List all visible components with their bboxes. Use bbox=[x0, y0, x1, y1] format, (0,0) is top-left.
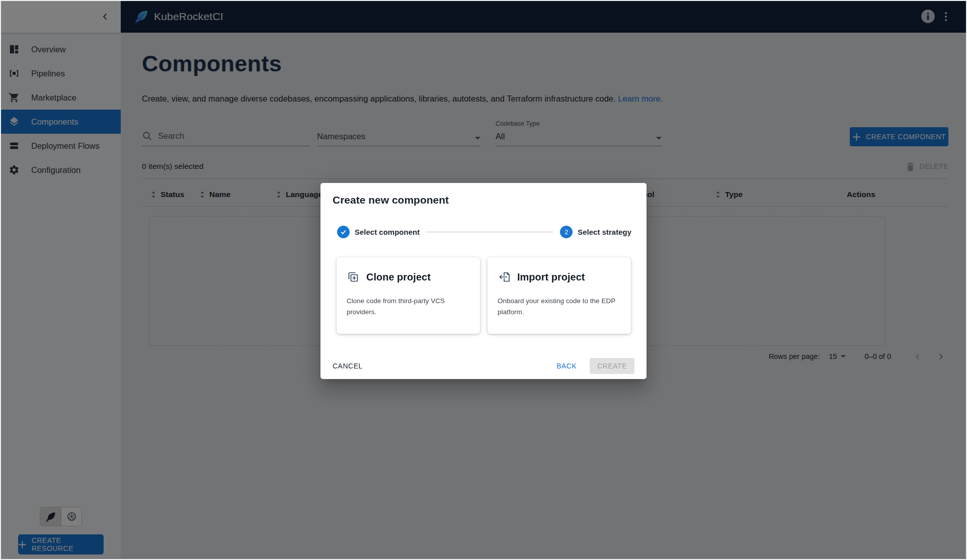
strategy-cards: Clone project Clone code from third-part… bbox=[337, 257, 631, 334]
check-icon bbox=[340, 228, 347, 236]
import-project-description: Onboard your existing code to the EDP pl… bbox=[498, 296, 623, 317]
import-icon bbox=[498, 270, 511, 284]
import-project-card[interactable]: Import project Onboard your existing cod… bbox=[488, 257, 631, 334]
create-component-dialog: Create new component Select component 2 … bbox=[320, 183, 647, 379]
stepper-connector bbox=[427, 232, 553, 232]
dialog-title: Create new component bbox=[333, 194, 449, 206]
cancel-button[interactable]: CANCEL bbox=[333, 362, 363, 370]
step-1-completed-icon bbox=[337, 226, 350, 238]
clone-project-card[interactable]: Clone project Clone code from third-part… bbox=[337, 257, 480, 334]
step-2-label: Select strategy bbox=[578, 228, 631, 236]
step-number-text: 2 bbox=[565, 228, 568, 236]
back-button[interactable]: BACK bbox=[556, 362, 577, 370]
clone-icon bbox=[347, 270, 360, 284]
clone-project-title: Clone project bbox=[366, 271, 431, 283]
create-button[interactable]: CREATE bbox=[590, 358, 634, 374]
dialog-footer: CANCEL BACK CREATE bbox=[333, 358, 634, 374]
clone-project-description: Clone code from third-party VCS provider… bbox=[347, 296, 472, 317]
stepper: Select component 2 Select strategy bbox=[337, 225, 631, 238]
step-2-number: 2 bbox=[560, 226, 573, 238]
step-1-label: Select component bbox=[355, 228, 420, 236]
import-project-title: Import project bbox=[517, 271, 585, 283]
